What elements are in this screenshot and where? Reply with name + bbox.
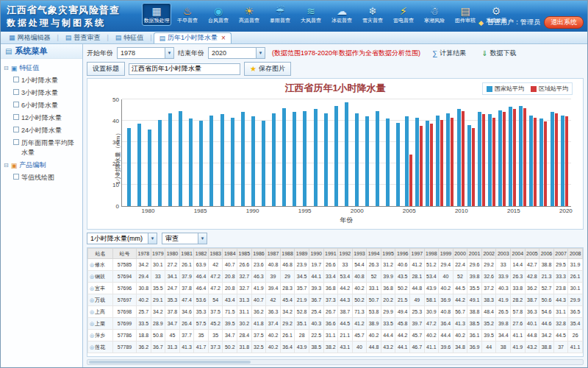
column-header[interactable]: 2002	[481, 249, 496, 259]
logout-button[interactable]: 退出系统	[544, 16, 584, 29]
column-header[interactable]: 站号	[113, 249, 137, 259]
set-title-button[interactable]: 设置标题	[87, 62, 125, 76]
column-header[interactable]: 1993	[352, 249, 367, 259]
year-slot-1978	[123, 99, 134, 206]
column-header[interactable]: 1986	[251, 249, 266, 259]
toolbar-item-label: 雷电普查	[393, 17, 414, 24]
bar-1993-national	[282, 108, 286, 206]
table-row-57697[interactable]: ◎万载5769740.229.135.347.453.65443.431.340…	[88, 294, 583, 306]
column-header[interactable]: 1998	[424, 249, 439, 259]
table-row-57699[interactable]: ◎上栗5769933.528.934.726.457.545.239.530.2…	[88, 318, 583, 330]
column-header[interactable]: 1994	[367, 249, 381, 259]
tree-item[interactable]: 12小时降水量	[2, 112, 81, 124]
toolbar-item-map-review[interactable]: ▤图件审核	[451, 3, 480, 26]
tab-3[interactable]: ▤特征值	[110, 32, 149, 43]
column-header[interactable]: 2003	[496, 249, 511, 259]
column-header[interactable]: 1985	[237, 249, 252, 259]
column-header[interactable]: 2004	[511, 249, 526, 259]
start-year-select[interactable]: 1978 ▼	[117, 47, 174, 59]
checkbox[interactable]	[13, 89, 19, 95]
column-header[interactable]: 2001	[467, 249, 482, 259]
toolbar-item-typhoon-survey[interactable]: ◉台风普查	[204, 3, 233, 26]
chevron-down-icon[interactable]: ▼	[165, 48, 173, 58]
app-title: 江西省气象灾害风险普查 数据处理与制图系统	[1, 1, 142, 32]
column-header[interactable]: 1990	[309, 249, 323, 259]
tree-item[interactable]: 6小时降水量	[2, 99, 81, 112]
tree-item[interactable]: 等值线绘图	[2, 171, 81, 184]
value-cell: 38.7	[525, 294, 539, 306]
column-header[interactable]: 1992	[338, 249, 353, 259]
checkbox[interactable]	[13, 139, 19, 145]
value-cell: 42	[266, 294, 281, 306]
column-header[interactable]: 1981	[179, 249, 194, 259]
download-button[interactable]: ⇓ 数据下载	[478, 48, 520, 59]
column-header[interactable]: 2005	[525, 249, 539, 259]
table-row-57698[interactable]: ◎上高5769825.734.237.834.635.337.571.531.1…	[88, 306, 583, 318]
column-header[interactable]: 2008	[568, 249, 583, 259]
toolbar-item-wind-survey[interactable]: ≋大风普查	[296, 3, 326, 26]
column-header[interactable]: 1980	[165, 249, 180, 259]
column-header[interactable]: 1983	[208, 249, 223, 259]
column-header[interactable]: 1988	[280, 249, 295, 259]
table-row-57585[interactable]: ◎修水5758534.230.127.226.163.94240.726.623…	[88, 259, 583, 271]
field-filter-select[interactable]: 1小时降水量(mm) ▼	[87, 233, 157, 244]
column-header[interactable]: 2006	[539, 249, 554, 259]
tree-item[interactable]: 24小时降水量	[2, 124, 81, 137]
toolbar-item-heat-survey[interactable]: ☀高温普查	[234, 3, 264, 26]
tab-1[interactable]: ▦网格编辑器	[4, 32, 56, 43]
column-header[interactable]: 2000	[453, 249, 467, 259]
toolbar-item-rainstorm-survey[interactable]: ☔暴雨普查	[265, 3, 295, 26]
checkbox[interactable]	[13, 127, 19, 132]
checkbox[interactable]	[13, 102, 19, 107]
chart-title-input[interactable]	[129, 63, 240, 75]
column-header[interactable]: 1999	[439, 249, 453, 259]
chevron-down-icon[interactable]: ▼	[198, 233, 207, 244]
table-row-57786[interactable]: ◎萍乡5778618.850.84537.7353534.728.437.540…	[88, 330, 583, 342]
toolbar-item-cold-wave-survey[interactable]: ☃寒潮风险	[420, 3, 449, 26]
checkbox[interactable]	[13, 114, 19, 120]
column-header[interactable]: 1982	[194, 249, 209, 259]
column-header[interactable]: 2007	[553, 249, 568, 259]
toolbar-item-drought-survey[interactable]: ♨干旱普查	[173, 3, 202, 26]
tree-item[interactable]: 历年面雨量平均降水量	[2, 137, 81, 159]
save-image-button[interactable]: ★ 保存图片	[244, 62, 291, 76]
review-filter-select[interactable]: 审查 ▼	[162, 233, 207, 244]
tab-4[interactable]: ▤历年1小时降水量×	[154, 32, 232, 43]
value-cell: 36.7	[151, 342, 165, 353]
chevron-down-icon[interactable]: ▼	[148, 233, 157, 244]
checkbox[interactable]	[13, 77, 19, 82]
column-header[interactable]: 站名	[88, 249, 113, 259]
toolbar-item-data-preprocess[interactable]: ▦数据预处理	[142, 3, 171, 26]
column-header[interactable]: 1995	[381, 249, 395, 259]
scrollbar-thumb[interactable]	[89, 361, 251, 364]
chevron-down-icon[interactable]: ▼	[256, 48, 265, 58]
horizontal-scrollbar[interactable]	[87, 359, 584, 365]
column-header[interactable]: 1996	[395, 249, 410, 259]
tab-close-icon[interactable]: ×	[221, 34, 226, 42]
checkbox[interactable]	[13, 174, 19, 180]
table-row-57694[interactable]: ◎铜鼓5769429.43334.137.946.447.220.832.746…	[88, 271, 583, 283]
table-row-57789[interactable]: ◎莲花5778936.236.731.341.341.737.350.231.8…	[88, 342, 583, 353]
calculate-button[interactable]: ∑ 计算结果	[429, 48, 470, 59]
tree-item[interactable]: 3小时降水量	[2, 87, 81, 99]
toolbar-item-lightning-survey[interactable]: ⚡雷电普查	[389, 3, 418, 26]
expand-icon[interactable]: ⊟	[4, 65, 9, 71]
toolbar-item-snow-survey[interactable]: ❄雪灾普查	[358, 3, 387, 26]
station-icon: ◎	[90, 333, 94, 338]
tree-group-2[interactable]: ⊟▣产品编制	[2, 159, 81, 171]
tree-item[interactable]: 1小时降水量	[2, 74, 81, 87]
column-header[interactable]: 1997	[409, 249, 424, 259]
column-header[interactable]: 1991	[323, 249, 338, 259]
column-header[interactable]: 1987	[266, 249, 281, 259]
end-year-select[interactable]: 2020 ▼	[208, 47, 265, 59]
column-header[interactable]: 1978	[137, 249, 151, 259]
tree-group-1[interactable]: ⊟▣特征值	[2, 62, 81, 74]
column-header[interactable]: 1989	[295, 249, 309, 259]
column-header[interactable]: 1984	[223, 249, 237, 259]
expand-icon[interactable]: ⊟	[4, 162, 9, 169]
tab-2[interactable]: ▤普查审查	[60, 32, 106, 43]
table-row-57696[interactable]: ◎宜丰5769630.835.524.737.846.447.220.832.7…	[88, 283, 583, 294]
year-slot-1998	[331, 99, 341, 206]
toolbar-item-hail-survey[interactable]: ☁冰雹普查	[327, 3, 356, 26]
column-header[interactable]: 1979	[151, 249, 165, 259]
